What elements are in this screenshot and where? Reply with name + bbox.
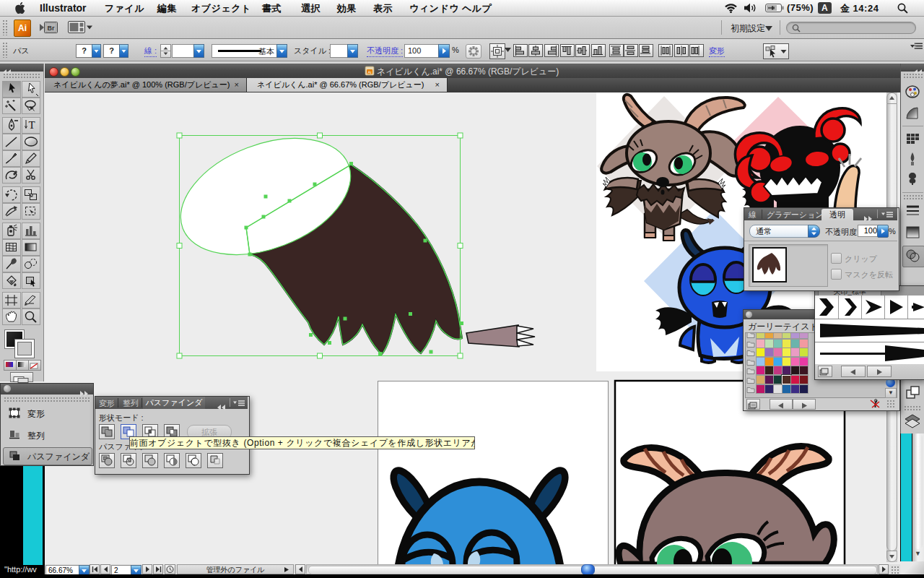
svg-text:Br: Br <box>47 25 54 32</box>
svg-text:Ai: Ai <box>368 70 372 74</box>
svg-text:T: T <box>28 119 35 131</box>
